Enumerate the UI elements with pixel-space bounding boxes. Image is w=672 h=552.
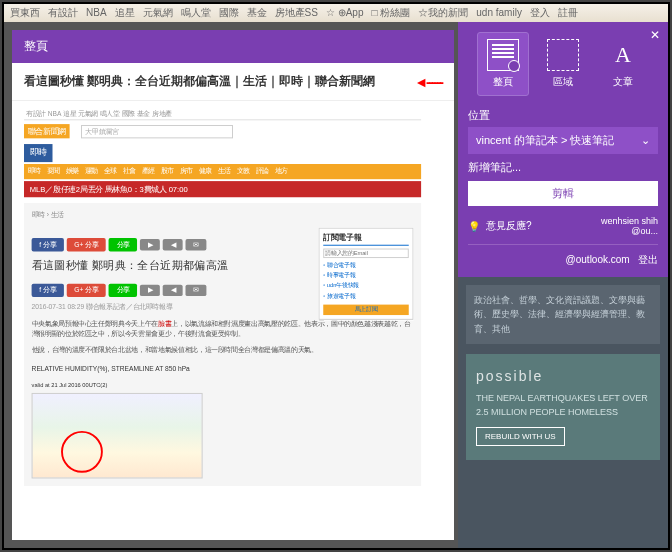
feedback-link[interactable]: 意見反應? [486, 219, 532, 233]
mode-article[interactable]: A 文章 [597, 32, 649, 96]
clip-button[interactable]: 剪輯 [468, 181, 658, 206]
mini-subscribe-box: 訂閱電子報 ▫ 聯合電子報 ▫ 時事電子報 ▫ udn午後快報 ▫ 旅遊電子報 … [319, 228, 414, 320]
mini-section-logo: 即時 [24, 144, 53, 162]
article-title-row: 看這圖秒懂 鄭明典：全台近期都偏高溫｜生活｜即時｜聯合新聞網 ◄------ [12, 63, 454, 101]
bulb-icon: 💡 [468, 221, 480, 232]
user-info: wenhsien shih@ou... [601, 216, 658, 236]
mode-region[interactable]: 區域 [537, 32, 589, 96]
browser-menubar: 買東西有設計NBA追星元氣網鳴人堂國際基金房地產SS☆ ⊕App□ 粉絲團☆我的… [4, 4, 668, 22]
full-page-icon [487, 39, 519, 71]
arrow-indicator: ◄------ [414, 74, 442, 90]
location-label: 位置 [468, 108, 658, 123]
location-dropdown[interactable]: vincent 的筆記本 > 快速筆記 ⌄ [468, 127, 658, 154]
mini-breadcrumb: 即時 › 生活 [32, 211, 414, 221]
newnote-label: 新增筆記... [468, 160, 658, 175]
mini-search: 大甲鎮瀾宮 [81, 125, 233, 138]
mini-weather-chart [32, 393, 203, 479]
background-page: 政治社會、哲學、文化資訊議題、文學與藝術、歷史學、法律、經濟學與經濟管理、教育、… [458, 277, 668, 548]
region-icon [547, 39, 579, 71]
tag-cloud: 政治社會、哲學、文化資訊議題、文學與藝術、歷史學、法律、經濟學與經濟管理、教育、… [466, 285, 660, 344]
ad-cta-button[interactable]: REBUILD WITH US [476, 427, 565, 446]
mini-ticker: MLB／殷仔連2局丟分 馬林魚0：3費城人 07:00 [24, 181, 421, 197]
close-icon[interactable]: ✕ [650, 28, 660, 42]
clip-preview-panel: 整頁 看這圖秒懂 鄭明典：全台近期都偏高溫｜生活｜即時｜聯合新聞網 ◄-----… [12, 30, 454, 540]
mini-body: 中央氣象局預報中心主任鄭明典今天上午在臉書上，以氣流線和相對濕度畫出高氣壓的乾區… [32, 318, 414, 479]
mode-full-page[interactable]: 整頁 [477, 32, 529, 96]
mini-tabs: 即時要聞娛樂運動全球社會產經股市房市健康生活文教評論地方 [24, 164, 421, 179]
page-preview: 有設計 NBA 追星 元氣網 鳴人堂 國際 基金 房地產 聯合新聞網 大甲鎮瀾宮… [12, 101, 454, 540]
panel-header: 整頁 [12, 30, 454, 63]
article-title: 看這圖秒懂 鄭明典：全台近期都偏高溫｜生活｜即時｜聯合新聞網 [24, 73, 375, 90]
ad-banner[interactable]: possible THE NEPAL EARTHQUAKES LEFT OVER… [466, 354, 660, 460]
mini-logo: 聯合新聞網 [24, 124, 70, 138]
mini-topnav: 有設計 NBA 追星 元氣網 鳴人堂 國際 基金 房地產 [24, 107, 421, 120]
signout-link[interactable]: 登出 [638, 254, 658, 265]
account-text: @outlook.com [566, 254, 630, 265]
article-icon: A [607, 39, 639, 71]
mini-email-input [323, 249, 409, 258]
clipper-panel: ✕ 整頁 區域 A 文章 位置 [458, 22, 668, 277]
chevron-down-icon: ⌄ [641, 134, 650, 147]
